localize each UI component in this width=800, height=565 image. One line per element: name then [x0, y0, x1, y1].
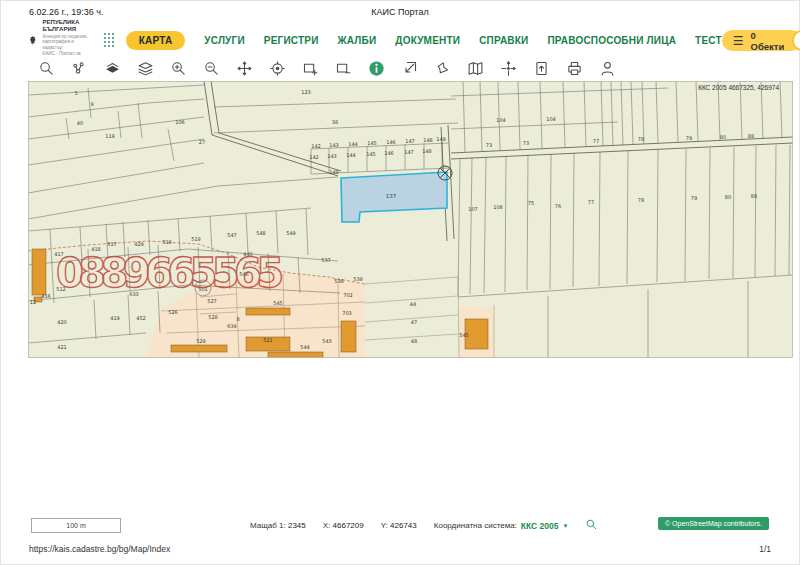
svg-text:529: 529: [196, 338, 206, 344]
svg-text:107: 107: [468, 206, 478, 212]
map-sheets-icon[interactable]: [465, 58, 486, 79]
layers-icon[interactable]: [135, 58, 156, 79]
scale-bar: 100 m: [31, 518, 121, 533]
y-readout: Y: 426743: [381, 521, 417, 530]
zoom-in-icon[interactable]: [168, 58, 189, 79]
print-icon[interactable]: [564, 58, 585, 79]
svg-text:538: 538: [334, 278, 344, 284]
svg-text:47: 47: [411, 319, 417, 325]
watermark-text: 0889665565: [56, 250, 284, 296]
svg-text:549: 549: [286, 230, 296, 236]
coat-of-arms-icon: [28, 30, 38, 52]
svg-text:79: 79: [691, 195, 697, 201]
svg-text:123: 123: [301, 89, 311, 95]
coordinate-search-icon[interactable]: [585, 518, 598, 533]
scale-value: 2345: [288, 521, 306, 530]
svg-text:73: 73: [523, 140, 529, 146]
crs-dropdown[interactable]: Координатна система: ККС 2005 ▼: [434, 521, 569, 531]
svg-text:88: 88: [751, 193, 757, 199]
svg-text:76: 76: [555, 203, 561, 209]
svg-text:452: 452: [136, 315, 146, 321]
svg-text:527: 527: [207, 298, 217, 304]
svg-text:145: 145: [366, 151, 376, 157]
svg-text:528: 528: [208, 314, 218, 320]
svg-text:148: 148: [423, 137, 433, 143]
svg-text:147: 147: [404, 149, 414, 155]
svg-text:702: 702: [343, 292, 353, 298]
svg-text:5: 5: [74, 90, 77, 96]
svg-text:548: 548: [256, 230, 266, 236]
svg-text:78: 78: [638, 197, 644, 203]
svg-text:147: 147: [405, 138, 415, 144]
svg-text:79: 79: [686, 135, 692, 141]
svg-text:521: 521: [263, 337, 273, 343]
nav-uslugi[interactable]: УСЛУГИ: [204, 35, 245, 46]
measure-route-icon[interactable]: [69, 58, 90, 79]
svg-text:40: 40: [77, 120, 83, 126]
logo-line2: Агенция по геодезия, картография и кадас…: [43, 34, 90, 51]
svg-text:146: 146: [386, 139, 396, 145]
svg-text:75: 75: [528, 200, 534, 206]
svg-text:108: 108: [493, 204, 503, 210]
osm-attribution[interactable]: © OpenStreetMap contributors.: [658, 517, 769, 530]
svg-text:419: 419: [110, 315, 120, 321]
nav-zhalbi[interactable]: ЖАЛБИ: [338, 35, 377, 46]
svg-text:537: 537: [321, 257, 331, 263]
svg-text:146: 146: [384, 150, 394, 156]
zoom-rect-in-icon[interactable]: [300, 58, 321, 79]
svg-text:143: 143: [329, 142, 339, 148]
nav-registri[interactable]: РЕГИСТРИ: [264, 35, 319, 46]
nav-dokumenti[interactable]: ДОКУМЕНТИ: [395, 35, 460, 46]
scale-label: Мащаб 1:: [250, 521, 286, 530]
scale-readout: Мащаб 1: 2345: [250, 521, 306, 530]
polygon-select-icon[interactable]: [432, 58, 453, 79]
map-canvas[interactable]: 5940119106271233814214314414514614714814…: [28, 81, 793, 358]
svg-text:142: 142: [311, 143, 321, 149]
search-icon[interactable]: [36, 58, 57, 79]
info-icon[interactable]: [366, 58, 387, 79]
crs-label: Координатна система:: [434, 521, 517, 530]
nav-karta[interactable]: КАРТА: [126, 31, 186, 50]
nav-pravosposobni-litsa[interactable]: ПРАВОСПОСОБНИ ЛИЦА: [547, 35, 676, 46]
svg-text:12: 12: [30, 299, 36, 305]
print-url: https://kais.cadastre.bg/bg/Map/Index: [29, 544, 170, 554]
svg-text:148: 148: [422, 148, 432, 154]
svg-text:142: 142: [309, 154, 319, 160]
select-region-icon[interactable]: [399, 58, 420, 79]
svg-text:78: 78: [638, 136, 644, 142]
main-nav: КАРТА УСЛУГИ РЕГИСТРИ ЖАЛБИ ДОКУМЕНТИ СП…: [126, 31, 722, 50]
nav-test[interactable]: ТЕСТ: [695, 35, 722, 46]
locate-icon[interactable]: [267, 58, 288, 79]
svg-text:48: 48: [411, 338, 417, 344]
coordinates-icon[interactable]: [498, 58, 519, 79]
svg-text:526: 526: [168, 309, 178, 315]
app-grid-icon[interactable]: [104, 33, 116, 49]
svg-text:429: 429: [134, 241, 144, 247]
svg-text:44: 44: [410, 301, 416, 307]
print-title: КАИС Портал: [1, 7, 799, 17]
svg-text:104: 104: [496, 117, 506, 123]
x-label: X:: [323, 521, 331, 530]
svg-text:9: 9: [90, 101, 93, 107]
svg-text:149: 149: [436, 136, 446, 142]
logo-line1: РЕПУБЛИКА БЪЛГАРИЯ: [43, 19, 90, 34]
map-toolbar: [28, 55, 791, 82]
user-icon[interactable]: [597, 58, 618, 79]
nav-spravki[interactable]: СПРАВКИ: [479, 35, 528, 46]
objects-button[interactable]: ☰ 0 Обекти: [722, 30, 800, 51]
map-viewport[interactable]: 5940119106271233814214314414514614714814…: [28, 81, 793, 358]
svg-text:543: 543: [322, 338, 332, 344]
svg-text:416: 416: [41, 293, 51, 299]
svg-text:517: 517: [107, 241, 117, 247]
base-map-icon[interactable]: [102, 58, 123, 79]
zoom-rect-out-icon[interactable]: [333, 58, 354, 79]
zoom-out-icon[interactable]: [201, 58, 222, 79]
svg-text:80: 80: [720, 134, 726, 140]
svg-text:27: 27: [199, 139, 205, 145]
svg-text:144: 144: [348, 141, 358, 147]
svg-text:519: 519: [191, 236, 201, 242]
x-value: 4667209: [333, 521, 364, 530]
export-icon[interactable]: [531, 58, 552, 79]
pan-icon[interactable]: [234, 58, 255, 79]
y-label: Y:: [381, 521, 388, 530]
